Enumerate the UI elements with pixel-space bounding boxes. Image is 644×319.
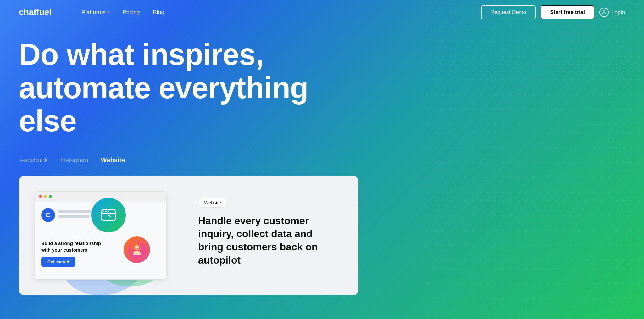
card-title: Handle every customer inquiry, collect d… (198, 214, 336, 267)
nav-blog[interactable]: Blog (148, 7, 169, 18)
user-icon (599, 8, 609, 17)
svg-point-4 (105, 211, 107, 212)
customer-avatar (123, 236, 151, 264)
tab-facebook[interactable]: Facebook (20, 157, 48, 166)
hero-heading: Do what inspires, automate everything el… (19, 38, 365, 138)
nav-links: Platforms ▾ Pricing Blog (76, 7, 481, 18)
chevron-down-icon: ▾ (107, 10, 109, 14)
login-button[interactable]: Login (599, 8, 625, 17)
card-text-overlay: Build a strong relationship with your cu… (41, 240, 110, 267)
card-visual: C Build a strong relationship with your … (35, 191, 186, 280)
svg-point-5 (108, 211, 109, 212)
dot-red (39, 195, 42, 198)
card-overlay-text: Build a strong relationship with your cu… (41, 240, 110, 253)
nav-pricing[interactable]: Pricing (117, 7, 145, 18)
svg-point-3 (103, 211, 104, 212)
card-right: Website Handle every customer inquiry, c… (198, 191, 343, 267)
nav-platforms[interactable]: Platforms ▾ (76, 7, 114, 18)
logo[interactable]: chatfuel (19, 7, 51, 17)
browser-line (58, 215, 90, 218)
tab-website[interactable]: Website (101, 157, 125, 166)
website-icon-circle (91, 198, 126, 232)
platform-card: C Build a strong relationship with your … (19, 176, 358, 295)
start-free-trial-button[interactable]: Start free trial (541, 5, 594, 19)
request-demo-button[interactable]: Request Demo (481, 5, 536, 19)
tab-instagram[interactable]: Instagram (60, 157, 88, 166)
main-nav: chatfuel Platforms ▾ Pricing Blog Reques… (0, 0, 644, 25)
nav-actions: Request Demo Start free trial Login (481, 5, 625, 19)
dot-green (49, 195, 52, 198)
card-badge: Website (198, 198, 227, 208)
svg-point-0 (603, 11, 605, 12)
platform-tabs: Facebook Instagram Website (19, 157, 625, 166)
chatfuel-c-badge: C (41, 208, 55, 222)
svg-point-6 (109, 214, 110, 215)
dot-yellow (44, 195, 47, 198)
get-started-button[interactable]: Get started (41, 257, 75, 267)
